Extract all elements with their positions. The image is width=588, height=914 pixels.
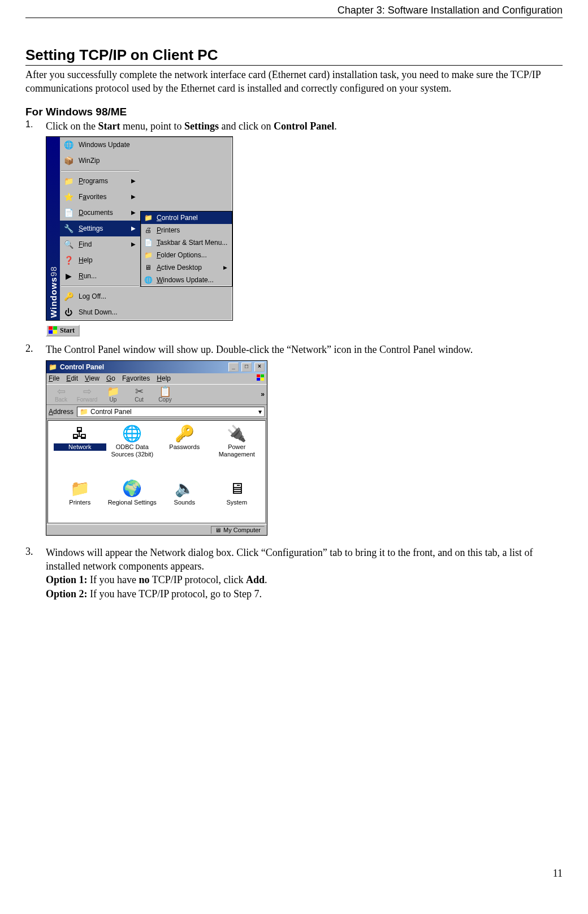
submenu-item[interactable]: 🖨Printers bbox=[141, 224, 232, 236]
cp-icon-passwords[interactable]: 🔑Passwords bbox=[158, 425, 211, 472]
text: and click on bbox=[219, 120, 274, 132]
maximize-button[interactable]: □ bbox=[241, 363, 252, 372]
cp-icon-label: Printers bbox=[54, 499, 106, 506]
submenu-item-label: Windows Update... bbox=[157, 276, 227, 284]
start-menu-item[interactable]: 🔑Log Off... bbox=[60, 288, 140, 304]
cp-icon-power-management[interactable]: 🔌Power Management bbox=[211, 425, 263, 472]
cp-icon-system[interactable]: 🖥System bbox=[211, 480, 263, 520]
up-button[interactable]: 📁Up bbox=[101, 386, 126, 403]
back-button[interactable]: ⇦Back bbox=[49, 386, 74, 403]
start-menu-item[interactable]: 📄Documents▶ bbox=[60, 205, 140, 221]
step-text: Windows will appear the Network dialog b… bbox=[46, 546, 563, 574]
start-menu-item[interactable]: 🌐Windows Update bbox=[60, 137, 140, 153]
menu-item-icon: 🔧 bbox=[62, 222, 75, 235]
start-menu-screenshot: Windows98 🌐Windows Update📦WinZip📁Program… bbox=[46, 133, 563, 338]
submenu-item-label: Folder Options... bbox=[157, 251, 227, 259]
start-menu-item[interactable]: 🔧Settings▶ bbox=[60, 221, 140, 236]
window-title: Control Panel bbox=[60, 363, 104, 371]
cp-icon-label: Power Management bbox=[211, 443, 263, 457]
close-button[interactable]: × bbox=[254, 363, 265, 372]
submenu-arrow-icon: ▶ bbox=[131, 209, 136, 215]
windows-flag-icon bbox=[49, 326, 58, 334]
submenu-item-label: Control Panel bbox=[157, 214, 227, 222]
text: menu, point to bbox=[120, 120, 185, 132]
menu-item-label: Programs bbox=[79, 177, 127, 185]
text: Click on the bbox=[46, 120, 98, 132]
menu-bar[interactable]: FileEditViewGoFavoritesHelp bbox=[46, 373, 267, 384]
step-text: The Control Panel window will show up. D… bbox=[46, 343, 563, 356]
minimize-button[interactable]: _ bbox=[228, 363, 239, 372]
submenu-item[interactable]: 📁Folder Options... bbox=[141, 249, 232, 261]
menu-item-label: Log Off... bbox=[79, 292, 136, 300]
status-bar: 🖥My Computer bbox=[211, 526, 265, 534]
step-number: 2. bbox=[25, 343, 46, 540]
cut-button[interactable]: ✂Cut bbox=[127, 386, 152, 403]
start-menu-item[interactable]: ❓Help bbox=[60, 252, 140, 268]
cp-icon-regional-settings[interactable]: 🌍Regional Settings bbox=[106, 480, 159, 520]
menu-item-icon: 🌐 bbox=[62, 139, 75, 151]
menu-item-label: Favorites bbox=[79, 193, 127, 201]
section-title: Setting TCP/IP on Client PC bbox=[25, 46, 563, 66]
menu-item-label: Run... bbox=[79, 272, 136, 280]
menu-go[interactable]: Go bbox=[106, 374, 115, 382]
cp-icon-label: System bbox=[211, 499, 263, 506]
menu-item-icon: 🔑 bbox=[62, 290, 75, 303]
option2-label: Option 2: bbox=[46, 588, 88, 600]
control-panel-window: 📁 Control Panel _ □ × FileEditViewGoFavo… bbox=[46, 360, 267, 536]
menu-file[interactable]: File bbox=[49, 374, 59, 382]
menu-edit[interactable]: Edit bbox=[66, 374, 78, 382]
menu-item-label: Windows Update bbox=[79, 141, 136, 149]
menu-item-label: Help bbox=[79, 256, 136, 264]
settings-submenu: 📁Control Panel🖨Printers📄Taskbar & Start … bbox=[140, 211, 232, 287]
cp-icon-printers[interactable]: 📁Printers bbox=[54, 480, 106, 520]
start-menu-item[interactable]: ▶Run... bbox=[60, 268, 140, 284]
toolbar: ⇦Back ⇨Forward 📁Up ✂Cut 📋Copy » bbox=[46, 384, 267, 405]
cp-icon-label: ODBC Data Sources (32bit) bbox=[106, 443, 159, 457]
option1-label: Option 1: bbox=[46, 574, 88, 585]
windows-flag-icon bbox=[257, 374, 265, 383]
address-label: Address bbox=[49, 408, 74, 416]
submenu-arrow-icon: ▶ bbox=[131, 225, 136, 231]
copy-button[interactable]: 📋Copy bbox=[153, 386, 178, 403]
cp-icon-label: Network bbox=[54, 443, 106, 450]
start-menu-item[interactable]: ⏻Shut Down... bbox=[60, 304, 140, 320]
start-menu-item[interactable]: ⭐Favorites▶ bbox=[60, 189, 140, 205]
forward-button[interactable]: ⇨Forward bbox=[75, 386, 100, 403]
text: . bbox=[334, 120, 337, 132]
cp-icon-sounds[interactable]: 🔈Sounds bbox=[158, 480, 211, 520]
menu-item-label: Find bbox=[79, 240, 127, 248]
menu-item-label: Documents bbox=[79, 209, 127, 217]
submenu-item[interactable]: 🖥Active Desktop▶ bbox=[141, 261, 232, 274]
bold-start: Start bbox=[98, 120, 120, 132]
control-panel-title-icon: 📁 bbox=[49, 363, 57, 371]
menu-favorites[interactable]: Favorites bbox=[122, 374, 150, 382]
cp-icon-glyph: 🖧 bbox=[54, 425, 106, 443]
submenu-item-icon: 📁 bbox=[143, 213, 153, 222]
cp-icon-glyph: 🔌 bbox=[211, 425, 263, 443]
submenu-item[interactable]: 📁Control Panel bbox=[141, 212, 232, 224]
menu-item-icon: ⏻ bbox=[62, 306, 75, 318]
menu-item-label: Shut Down... bbox=[79, 308, 136, 316]
cp-icon-odbc-data-sources-32bit-[interactable]: 🌐ODBC Data Sources (32bit) bbox=[106, 425, 159, 472]
bold-settings: Settings bbox=[184, 120, 219, 132]
submenu-item[interactable]: 📄Taskbar & Start Menu... bbox=[141, 236, 232, 249]
submenu-item[interactable]: 🌐Windows Update... bbox=[141, 274, 232, 286]
cp-icon-label: Passwords bbox=[158, 443, 211, 450]
submenu-item-icon: 🖥 bbox=[143, 263, 153, 272]
menu-item-icon: ❓ bbox=[62, 254, 75, 266]
sub-title: For Windows 98/ME bbox=[25, 106, 563, 118]
start-menu-item[interactable]: 📁Programs▶ bbox=[60, 173, 140, 189]
menu-view[interactable]: View bbox=[85, 374, 100, 382]
start-menu-item[interactable]: 🔍Find▶ bbox=[60, 236, 140, 252]
step-3: 3. Windows will appear the Network dialo… bbox=[25, 546, 563, 601]
chapter-header: Chapter 3: Software Installation and Con… bbox=[25, 5, 563, 18]
cp-icon-network[interactable]: 🖧Network bbox=[54, 425, 106, 472]
start-button[interactable]: Start bbox=[46, 325, 80, 337]
address-input[interactable]: 📁Control Panel▾ bbox=[77, 407, 265, 417]
cp-icon-glyph: 🔑 bbox=[158, 425, 211, 443]
intro-paragraph: After you successfully complete the netw… bbox=[25, 68, 563, 96]
submenu-item-label: Printers bbox=[157, 226, 227, 234]
menu-help[interactable]: Help bbox=[157, 374, 171, 382]
start-menu-item[interactable]: 📦WinZip bbox=[60, 153, 140, 169]
windows98-strip: Windows98 bbox=[46, 137, 60, 320]
